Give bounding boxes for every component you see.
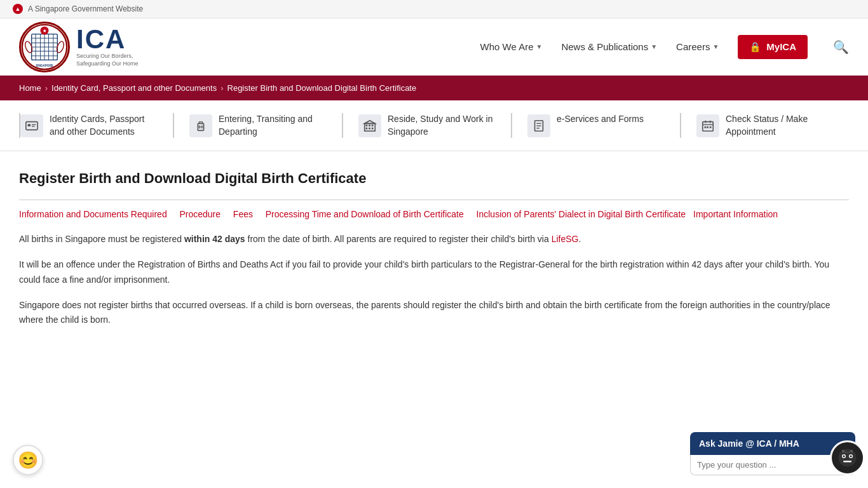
breadcrumb-identity-card[interactable]: Identity Card, Passport and other Docume… <box>51 83 217 93</box>
header: ★ SINGAPORE ICA Securing Our Borders, Sa… <box>0 18 868 76</box>
tab-inclusion-dialect[interactable]: Inclusion of Parents' Dialect in Digital… <box>477 209 686 219</box>
myica-button[interactable]: 🔒 MyICA <box>738 35 808 59</box>
svg-rect-31 <box>369 128 370 130</box>
quick-nav-e-services-label: e-Services and Forms <box>557 113 644 126</box>
lock-icon: 🔒 <box>749 41 761 53</box>
news-publications-chevron-icon: ▼ <box>651 43 657 50</box>
page-tabs: Information and Documents Required Proce… <box>19 209 849 219</box>
quick-nav-reside-label: Reside, Study and Work in Singapore <box>388 113 496 138</box>
breadcrumb-home[interactable]: Home <box>19 83 41 93</box>
calendar-icon <box>696 114 719 137</box>
svg-rect-38 <box>703 122 714 132</box>
paragraph-3: Singapore does not register births that … <box>19 298 849 329</box>
quick-nav: Identity Cards, Passport and other Docum… <box>0 100 868 151</box>
content-area: Register Birth and Download Digital Birt… <box>0 151 868 351</box>
tab-fees[interactable]: Fees <box>233 209 253 219</box>
svg-rect-26 <box>365 123 376 131</box>
svg-rect-44 <box>710 126 712 128</box>
quick-nav-identity-cards-label: Identity Cards, Passport and other Docum… <box>50 113 158 138</box>
breadcrumb-sep-2: › <box>220 83 223 93</box>
logo-area: ★ SINGAPORE ICA Securing Our Borders, Sa… <box>19 22 139 72</box>
quick-nav-entering-label: Entering, Transiting and Departing <box>219 113 327 138</box>
top-bar-text: A Singapore Government Website <box>28 4 143 13</box>
svg-text:SINGAPORE: SINGAPORE <box>36 64 53 67</box>
search-button[interactable]: 🔍 <box>833 39 849 55</box>
svg-rect-27 <box>366 125 368 126</box>
paragraph-1: All births in Singapore must be register… <box>19 232 849 247</box>
quick-nav-check-status[interactable]: Check Status / Make Appointment <box>680 113 849 138</box>
logo-sub-text: Securing Our Borders, Safeguarding Our H… <box>76 53 139 67</box>
breadcrumb-current: Register Birth and Download Digital Birt… <box>227 83 417 93</box>
careers-chevron-icon: ▼ <box>712 43 719 50</box>
svg-rect-28 <box>369 125 370 126</box>
nav-news-publications[interactable]: News & Publications ▼ <box>561 41 657 52</box>
logo-ica-text: ICA <box>76 26 139 53</box>
tab-info-docs[interactable]: Information and Documents Required <box>19 209 167 219</box>
tabs-divider <box>19 200 849 200</box>
quick-nav-e-services[interactable]: e-Services and Forms <box>511 113 680 138</box>
ica-logo-circle: ★ SINGAPORE <box>19 22 70 72</box>
building-icon <box>358 114 381 137</box>
paragraph-2: It will be an offence under the Registra… <box>19 257 849 288</box>
quick-nav-identity-cards[interactable]: Identity Cards, Passport and other Docum… <box>19 113 173 138</box>
tab-processing-time[interactable]: Processing Time and Download of Birth Ce… <box>266 209 464 219</box>
breadcrumb-sep-1: › <box>45 83 48 93</box>
svg-rect-42 <box>705 126 707 128</box>
svg-rect-18 <box>28 124 31 126</box>
svg-text:★: ★ <box>43 28 47 34</box>
who-we-are-chevron-icon: ▼ <box>536 43 543 50</box>
document-icon <box>527 114 550 137</box>
svg-rect-30 <box>366 128 368 130</box>
nav-who-we-are[interactable]: Who We Are ▼ <box>480 41 543 52</box>
luggage-icon <box>189 114 212 137</box>
id-card-icon <box>20 114 43 137</box>
logo-text-area: ICA Securing Our Borders, Safeguarding O… <box>76 26 139 67</box>
svg-rect-22 <box>199 122 203 124</box>
svg-marker-33 <box>365 121 376 124</box>
page-title: Register Birth and Download Digital Birt… <box>19 170 849 187</box>
nav-careers[interactable]: Careers ▼ <box>676 41 719 52</box>
breadcrumb: Home › Identity Card, Passport and other… <box>0 76 868 100</box>
svg-rect-32 <box>372 128 374 130</box>
quick-nav-check-status-label: Check Status / Make Appointment <box>726 113 834 138</box>
tab-important-info[interactable]: Important Information <box>693 209 778 219</box>
nav-area: Who We Are ▼ News & Publications ▼ Caree… <box>480 35 849 59</box>
tab-procedure[interactable]: Procedure <box>179 209 220 219</box>
lifesg-link[interactable]: LifeSG <box>552 234 579 244</box>
sg-lion-icon: ▲ <box>13 4 23 14</box>
ica-logo-svg: ★ SINGAPORE <box>21 24 68 71</box>
quick-nav-entering[interactable]: Entering, Transiting and Departing <box>173 113 342 138</box>
svg-rect-29 <box>372 125 374 126</box>
top-bar: ▲ A Singapore Government Website <box>0 0 868 18</box>
quick-nav-reside[interactable]: Reside, Study and Work in Singapore <box>342 113 511 138</box>
svg-rect-17 <box>26 122 37 130</box>
svg-rect-43 <box>707 126 709 128</box>
